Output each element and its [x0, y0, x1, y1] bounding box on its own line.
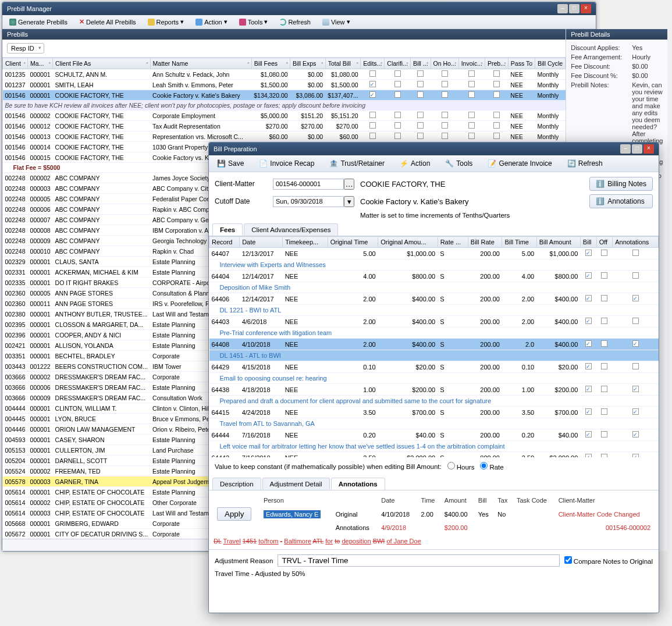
tools-menu[interactable]: 🔧 Tools: [440, 158, 477, 169]
checkbox[interactable]: [442, 122, 448, 129]
table-row[interactable]: 644447/16/2018NEE0.20$40.00S200.000.20$4…: [209, 429, 659, 441]
column-header[interactable]: Original Amou...: [378, 237, 438, 248]
column-header[interactable]: Annotations: [613, 237, 659, 248]
checkbox[interactable]: [632, 295, 639, 301]
table-row[interactable]: Deposition of Mike Smith: [209, 282, 659, 293]
checkbox[interactable]: [442, 133, 448, 139]
subtab-annotations[interactable]: Annotations: [331, 478, 385, 490]
column-header[interactable]: Matter Name: [150, 58, 251, 69]
checkbox[interactable]: [585, 431, 592, 438]
checkbox[interactable]: [442, 112, 448, 118]
checkbox[interactable]: [601, 431, 607, 438]
column-header[interactable]: Bill: [580, 237, 596, 248]
minimize-button[interactable]: –: [557, 4, 568, 13]
table-row[interactable]: Email to opoosing counsel re: hearing: [209, 373, 659, 384]
column-header[interactable]: Bill Time: [502, 237, 536, 248]
action-menu[interactable]: ⚡ Action: [395, 158, 435, 169]
checkbox[interactable]: [369, 122, 376, 129]
refresh-button[interactable]: 🔄 Refresh: [563, 158, 607, 169]
table-row[interactable]: 644294/15/2018NEE0.10$20.00S200.000.10$2…: [209, 361, 659, 373]
apply-button[interactable]: Apply: [217, 507, 251, 521]
table-row[interactable]: Travel from ATL to Savannah, GA: [209, 418, 659, 429]
column-header[interactable]: Invoic...: [458, 58, 485, 69]
checkbox[interactable]: [601, 295, 607, 301]
close-button[interactable]: ×: [643, 144, 654, 154]
checkbox[interactable]: [417, 81, 424, 87]
table-row[interactable]: DL 1221 - BWI to ATL: [209, 305, 659, 316]
table-row[interactable]: 001546000002COOKIE FACTORY, THECorporate…: [3, 111, 566, 121]
column-header[interactable]: Off: [596, 237, 613, 248]
checkbox[interactable]: [632, 250, 639, 256]
checkbox[interactable]: [442, 91, 448, 98]
checkbox[interactable]: [417, 70, 424, 77]
client-matter-input[interactable]: [273, 179, 344, 190]
action-menu[interactable]: Action ▾: [192, 17, 231, 27]
checkbox[interactable]: [468, 112, 475, 118]
table-row[interactable]: Prepared and draft a document for client…: [209, 396, 659, 407]
checkbox[interactable]: [632, 386, 639, 392]
column-header[interactable]: Bill Cycle: [535, 58, 566, 69]
maximize-button[interactable]: □: [632, 144, 642, 154]
checkbox[interactable]: [585, 408, 592, 415]
column-header[interactable]: Ma...: [28, 58, 53, 69]
checkbox[interactable]: [442, 81, 448, 87]
close-button[interactable]: ×: [581, 4, 591, 13]
column-header[interactable]: Rate ...: [438, 237, 468, 248]
column-header[interactable]: Bill ...: [410, 58, 431, 69]
resp-id-filter[interactable]: Resp ID: [7, 43, 44, 54]
checkbox[interactable]: [417, 122, 424, 129]
checkbox[interactable]: [493, 122, 500, 129]
checkbox[interactable]: [468, 70, 475, 77]
table-row[interactable]: Be sure to have KCH review all invoices …: [3, 101, 566, 111]
table-row[interactable]: 644384/18/2018NEE1.00$200.00S200.001.00$…: [209, 384, 659, 396]
subtab-description[interactable]: Description: [212, 478, 261, 490]
checkbox[interactable]: [369, 133, 376, 139]
generate-prebills-button[interactable]: Generate Prebills: [6, 17, 71, 27]
checkbox[interactable]: [493, 81, 500, 87]
column-header[interactable]: Clarifi...: [385, 58, 411, 69]
cutoff-date-input[interactable]: [273, 196, 344, 207]
column-header[interactable]: Bill Fees: [251, 58, 290, 69]
checkbox[interactable]: [369, 81, 376, 87]
column-header[interactable]: Date: [240, 237, 283, 248]
checkbox[interactable]: [632, 408, 639, 415]
checkbox[interactable]: [585, 318, 592, 324]
checkbox[interactable]: [601, 272, 607, 279]
column-header[interactable]: On Ho...: [431, 58, 458, 69]
cutoff-date-picker[interactable]: ▾: [344, 196, 354, 207]
table-row[interactable]: 644154/24/2018NEE3.50$700.00S200.003.50$…: [209, 407, 659, 418]
delete-all-prebills-button[interactable]: ✕Delete All Prebills: [76, 17, 140, 27]
table-row[interactable]: 6440612/14/2017NEE2.00$400.00S200.002.00…: [209, 293, 659, 305]
checkbox[interactable]: [493, 91, 500, 98]
tab-fees[interactable]: Fees: [212, 223, 243, 236]
checkbox[interactable]: [442, 70, 448, 77]
table-row[interactable]: 001546000012COOKIE FACTORY, THETax Audit…: [3, 121, 566, 131]
table-row[interactable]: 001235000001SCHULTZ, ANN M.Ann Schultz v…: [3, 69, 566, 80]
column-header[interactable]: Client File As: [53, 58, 150, 69]
checkbox[interactable]: [632, 454, 639, 457]
client-matter-lookup[interactable]: …: [344, 179, 354, 190]
checkbox[interactable]: [632, 272, 639, 279]
table-row[interactable]: 001546000013COOKIE FACTORY, THERepresent…: [3, 131, 566, 142]
subtab-adjustment-detail[interactable]: Adjustment Detail: [262, 478, 330, 490]
checkbox[interactable]: [417, 91, 424, 98]
checkbox[interactable]: [585, 340, 592, 347]
reports-menu[interactable]: Reports ▾: [144, 17, 188, 27]
checkbox[interactable]: [417, 112, 424, 118]
checkbox[interactable]: [585, 250, 592, 256]
column-header[interactable]: Bill Amount: [536, 237, 580, 248]
table-row[interactable]: 644427/16/2018NEE2.50$2,000.00S800.002.5…: [209, 452, 659, 458]
column-header[interactable]: Total Bill: [325, 58, 361, 69]
checkbox[interactable]: [468, 122, 475, 129]
tab-client-advances-expenses[interactable]: Client Advances/Expenses: [244, 223, 338, 236]
table-row[interactable]: DL 1451 - ATL to BWI: [209, 350, 659, 361]
checkbox[interactable]: [394, 112, 401, 118]
checkbox[interactable]: [632, 363, 639, 369]
checkbox[interactable]: [417, 133, 424, 139]
checkbox[interactable]: [369, 112, 376, 118]
hours-radio[interactable]: Hours: [447, 462, 475, 471]
column-header[interactable]: Record: [209, 237, 240, 248]
tools-menu[interactable]: Tools ▾: [236, 17, 272, 27]
table-row[interactable]: Pre-Trial conference with litigation tea…: [209, 328, 659, 339]
checkbox[interactable]: [601, 386, 607, 392]
